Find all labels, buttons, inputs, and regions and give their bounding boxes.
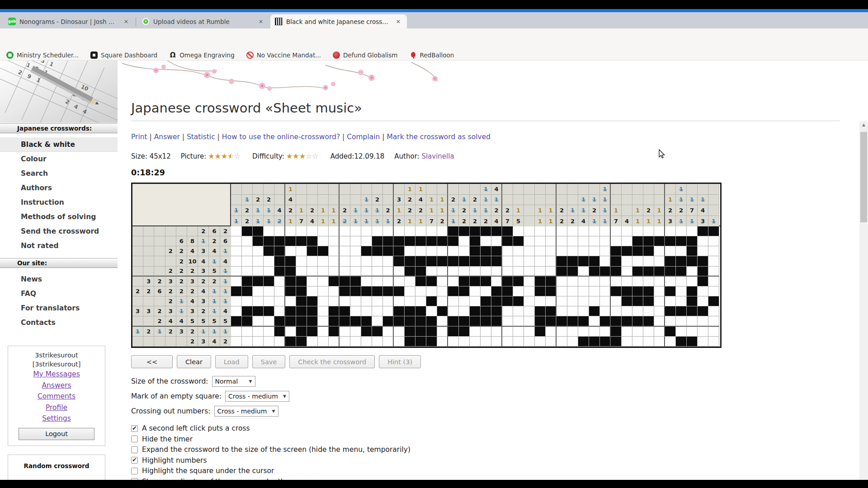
puzzle-cell-r7-c10[interactable] — [329, 286, 340, 296]
puzzle-cell-r3-c1[interactable] — [231, 246, 242, 256]
col-clue-cell[interactable]: 4 — [285, 195, 296, 206]
col-clue-cell[interactable] — [654, 184, 665, 195]
puzzle-cell-r5-c17[interactable] — [405, 267, 415, 277]
row-clue-cell[interactable]: 5 — [220, 316, 231, 326]
col-clue-cell[interactable] — [654, 195, 665, 206]
puzzle-cell-r10-c36[interactable] — [611, 316, 622, 326]
puzzle-cell-r8-c45[interactable] — [708, 296, 719, 306]
puzzle-cell-r9-c15[interactable] — [383, 306, 394, 316]
puzzle-cell-r1-c44[interactable] — [698, 226, 708, 236]
col-clue-cell[interactable]: 7 — [502, 216, 513, 227]
puzzle-cell-r1-c35[interactable] — [600, 226, 611, 236]
puzzle-cell-r1-c30[interactable] — [546, 226, 557, 236]
puzzle-cell-r7-c30[interactable] — [546, 286, 557, 296]
puzzle-cell-r5-c4[interactable] — [264, 267, 274, 277]
puzzle-cell-r11-c2[interactable] — [242, 327, 253, 337]
puzzle-cell-r12-c33[interactable] — [578, 337, 589, 347]
puzzle-cell-r7-c21[interactable] — [448, 286, 459, 296]
checkbox-highlight-the-square-under-the-cursor[interactable] — [131, 468, 138, 474]
puzzle-cell-r6-c24[interactable] — [481, 277, 491, 286]
puzzle-cell-r4-c23[interactable] — [470, 256, 481, 266]
row-clue-cell[interactable] — [132, 316, 143, 326]
row-clue-cell[interactable]: 2 — [187, 267, 198, 277]
puzzle-cell-r11-c24[interactable] — [481, 327, 491, 337]
puzzle-cell-r11-c8[interactable] — [307, 327, 318, 337]
puzzle-cell-r1-c18[interactable] — [415, 226, 426, 236]
puzzle-cell-r7-c41[interactable] — [665, 286, 676, 296]
bookmark-square-dashboard[interactable]: Square Dashboard — [90, 52, 157, 59]
puzzle-cell-r6-c9[interactable] — [318, 277, 329, 286]
checkbox-expand-the-crossword-to-the-size-of-the-screen-hide-the-menu-temporarily[interactable] — [131, 446, 138, 453]
puzzle-cell-r3-c45[interactable] — [708, 246, 719, 256]
col-clue-cell[interactable] — [524, 205, 535, 216]
col-clue-cell[interactable]: 1 — [329, 205, 340, 216]
puzzle-cell-r1-c43[interactable] — [687, 226, 698, 236]
puzzle-cell-r6-c34[interactable] — [589, 277, 600, 286]
row-clue-cell[interactable]: 2 — [165, 327, 176, 337]
row-clue-cell[interactable]: 2 — [198, 226, 209, 236]
row-clue-cell[interactable]: 1 — [176, 306, 187, 316]
puzzle-cell-r7-c27[interactable] — [513, 286, 524, 296]
puzzle-cell-r5-c15[interactable] — [383, 267, 394, 277]
puzzle-cell-r12-c29[interactable] — [535, 337, 546, 347]
col-clue-cell[interactable]: 1 — [394, 205, 405, 216]
puzzle-cell-r12-c27[interactable] — [513, 337, 524, 347]
puzzle-cell-r10-c40[interactable] — [654, 316, 665, 326]
puzzle-cell-r2-c35[interactable] — [600, 236, 611, 246]
puzzle-cell-r9-c33[interactable] — [578, 306, 589, 316]
puzzle-cell-r7-c12[interactable] — [350, 286, 361, 296]
row-clue-cell[interactable]: 3 — [165, 306, 176, 316]
puzzle-cell-r4-c37[interactable] — [622, 256, 632, 266]
col-clue-cell[interactable]: 1 — [546, 205, 557, 216]
sidebar-item-not-rated[interactable]: Not rated — [0, 239, 118, 253]
puzzle-cell-r10-c7[interactable] — [296, 316, 307, 326]
user-link-profile[interactable]: Profile — [8, 402, 105, 413]
col-clue-cell[interactable]: 1 — [600, 184, 611, 195]
col-clue-cell[interactable]: 4 — [698, 205, 708, 216]
row-clue-cell[interactable]: 5 — [209, 316, 220, 326]
puzzle-cell-r11-c43[interactable] — [687, 327, 698, 337]
puzzle-cell-r12-c17[interactable] — [405, 337, 415, 347]
col-clue-cell[interactable] — [502, 184, 513, 195]
puzzle-cell-r1-c14[interactable] — [372, 226, 383, 236]
puzzle-cell-r5-c45[interactable] — [708, 267, 719, 277]
puzzle-cell-r8-c4[interactable] — [264, 296, 274, 306]
row-clue-cell[interactable]: 2 — [187, 337, 198, 347]
row-clue-cell[interactable]: 2 — [165, 267, 176, 277]
puzzle-cell-r8-c3[interactable] — [253, 296, 264, 306]
col-clue-cell[interactable]: 1 — [676, 195, 687, 206]
puzzle-cell-r7-c15[interactable] — [383, 286, 394, 296]
puzzle-cell-r4-c21[interactable] — [448, 256, 459, 266]
puzzle-cell-r4-c20[interactable] — [437, 256, 448, 266]
row-clue-cell[interactable]: 3 — [198, 267, 209, 277]
puzzle-cell-r8-c41[interactable] — [665, 296, 676, 306]
col-clue-cell[interactable] — [643, 184, 654, 195]
puzzle-cell-r11-c25[interactable] — [491, 327, 502, 337]
bookmark-defund-globalism[interactable]: Defund Globalism — [333, 52, 397, 59]
bookmark-redballoon[interactable]: RedBalloon — [410, 52, 454, 59]
col-clue-cell[interactable]: 1 — [676, 216, 687, 227]
row-clue-cell[interactable]: 6 — [154, 286, 165, 296]
puzzle-cell-r4-c16[interactable] — [394, 256, 405, 266]
col-clue-cell[interactable]: 2 — [394, 216, 405, 227]
col-clue-cell[interactable]: 2 — [643, 205, 654, 216]
row-clue-cell[interactable]: 2 — [198, 306, 209, 316]
puzzle-cell-r12-c36[interactable] — [611, 337, 622, 347]
puzzle-cell-r11-c7[interactable] — [296, 327, 307, 337]
col-clue-cell[interactable]: 7 — [687, 205, 698, 216]
row-clue-cell[interactable]: 1 — [209, 306, 220, 316]
col-clue-cell[interactable]: 1 — [481, 205, 491, 216]
col-clue-cell[interactable] — [632, 184, 643, 195]
puzzle-cell-r7-c17[interactable] — [405, 286, 415, 296]
col-clue-cell[interactable]: 7 — [611, 216, 622, 227]
puzzle-cell-r1-c31[interactable] — [557, 226, 567, 236]
puzzle-cell-r6-c31[interactable] — [557, 277, 567, 286]
row-clue-cell[interactable]: 1 — [176, 296, 187, 306]
puzzle-cell-r2-c34[interactable] — [589, 236, 600, 246]
col-clue-cell[interactable]: 1 — [481, 184, 491, 195]
col-clue-cell[interactable] — [470, 184, 481, 195]
puzzle-cell-r9-c24[interactable] — [481, 306, 491, 316]
puzzle-cell-r2-c30[interactable] — [546, 236, 557, 246]
row-clue-cell[interactable]: 2 — [220, 337, 231, 347]
puzzle-cell-r5-c16[interactable] — [394, 267, 405, 277]
